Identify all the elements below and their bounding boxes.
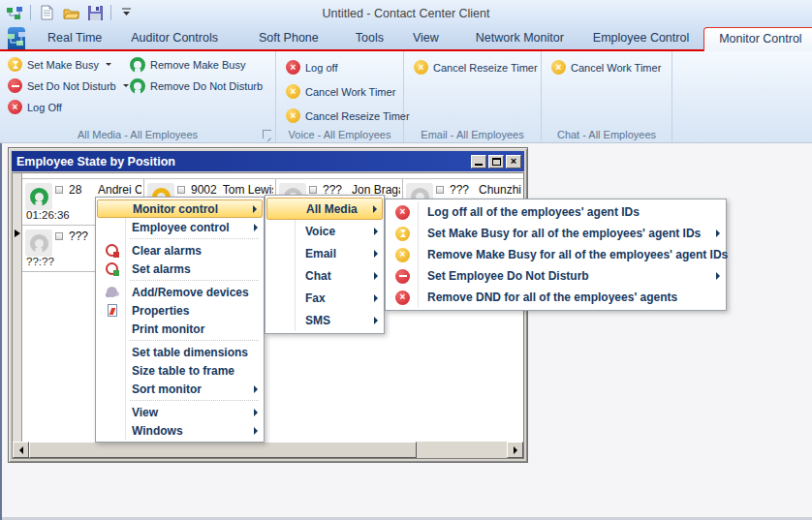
clear-alarms-icon bbox=[104, 244, 120, 257]
group-label: All Media - All Employees bbox=[0, 129, 275, 140]
submenu-arrow-icon bbox=[373, 205, 377, 213]
tab-employee-control[interactable]: Employee Control bbox=[578, 27, 703, 49]
submenu-arrow-icon bbox=[253, 205, 257, 213]
cancel-timer-icon: × bbox=[286, 108, 300, 123]
submenu-arrow-icon bbox=[254, 385, 258, 393]
set-make-busy-button[interactable]: Set Make Busy bbox=[4, 54, 133, 75]
menu-item-set-table-dimensions[interactable]: Set table dimensions bbox=[97, 343, 263, 361]
employee-checkbox[interactable] bbox=[436, 186, 444, 194]
ribbon-group-chat: × Cancel Work Timer Chat - All Employees bbox=[542, 51, 672, 142]
tab-soft-phone[interactable]: Soft Phone bbox=[244, 27, 333, 49]
submenu-item-sms[interactable]: SMS bbox=[266, 309, 383, 331]
menu-item-sort-monitor[interactable]: Sort monitor bbox=[97, 380, 263, 398]
app-titlebar: Untitled - Contact Center Client bbox=[0, 0, 812, 27]
remove-do-not-disturb-button[interactable]: Remove Do Not Disturb bbox=[126, 76, 266, 96]
submenu-item-all-media[interactable]: All Media bbox=[266, 198, 383, 220]
tab-auditor-controls[interactable]: Auditor Controls bbox=[116, 27, 233, 49]
tab-real-time[interactable]: Real Time bbox=[33, 27, 116, 49]
ribbon-group-all-media: Set Make Busy Set Do Not Disturb × Log O… bbox=[0, 51, 276, 142]
menu-item-windows[interactable]: Windows bbox=[97, 421, 263, 440]
window-title: Employee State by Position bbox=[16, 155, 469, 168]
context-menu: Monitor control Employee control Clear a… bbox=[95, 197, 265, 443]
submenu-item-voice[interactable]: Voice bbox=[266, 220, 383, 242]
ribbon: Set Make Busy Set Do Not Disturb × Log O… bbox=[0, 51, 812, 143]
submenu-item-chat[interactable]: Chat bbox=[266, 264, 383, 287]
devices-icon bbox=[104, 287, 120, 297]
menu-separator bbox=[130, 400, 259, 401]
ribbon-group-email: × Cancel Reseize Timer Email - All Emplo… bbox=[404, 51, 542, 142]
cancel-timer-icon: × bbox=[551, 60, 566, 75]
log-off-button[interactable]: × Log Off bbox=[4, 97, 133, 117]
menu-item-print-monitor[interactable]: Print monitor bbox=[97, 320, 263, 338]
agent-state-icon bbox=[25, 183, 52, 210]
voice-cancel-work-timer-button[interactable]: × Cancel Work Timer bbox=[282, 81, 414, 102]
ribbon-group-voice: × Log off × Cancel Work Timer × Cancel R… bbox=[276, 51, 404, 142]
menu-item-set-alarms[interactable]: Set alarms bbox=[97, 260, 263, 278]
submenu-item-remove-make-busy-all[interactable]: × Remove Make Busy for all of the employ… bbox=[387, 244, 725, 265]
submenu-item-set-make-busy-all[interactable]: Set Make Busy for all of the employees' … bbox=[387, 223, 725, 244]
cancel-timer-icon: × bbox=[394, 248, 411, 262]
do-not-disturb-icon bbox=[394, 269, 411, 284]
voice-log-off-button[interactable]: × Log off bbox=[282, 57, 414, 77]
group-label: Voice - All Employees bbox=[276, 129, 403, 140]
dropdown-caret-icon bbox=[106, 63, 111, 66]
close-button[interactable]: × bbox=[506, 155, 521, 168]
set-alarms-icon bbox=[104, 262, 120, 275]
window-titlebar[interactable]: Employee State by Position × bbox=[12, 151, 524, 171]
employee-checkbox[interactable] bbox=[55, 186, 63, 194]
submenu-arrow-icon bbox=[374, 272, 378, 280]
menu-item-size-table-to-frame[interactable]: Size table to frame bbox=[97, 361, 263, 380]
chat-cancel-work-timer-button[interactable]: × Cancel Work Timer bbox=[547, 57, 665, 77]
scrollbar-thumb[interactable] bbox=[29, 442, 417, 458]
submenu-item-set-employee-dnd[interactable]: Set Employee Do Not Disturb bbox=[387, 265, 725, 287]
employee-checkbox[interactable] bbox=[309, 186, 317, 194]
menu-item-monitor-control[interactable]: Monitor control bbox=[97, 199, 263, 218]
cancel-timer-icon: × bbox=[414, 60, 428, 75]
tab-monitor-control[interactable]: Monitor Control bbox=[703, 27, 812, 51]
scroll-right-button[interactable] bbox=[507, 442, 523, 458]
tab-file-icon[interactable] bbox=[8, 27, 25, 49]
email-cancel-reseize-timer-button[interactable]: × Cancel Reseize Timer bbox=[410, 57, 542, 77]
submenu-arrow-icon bbox=[374, 317, 378, 324]
log-off-icon: × bbox=[394, 291, 411, 305]
tab-tools[interactable]: Tools bbox=[341, 27, 398, 49]
menu-separator bbox=[130, 340, 259, 341]
log-off-icon: × bbox=[8, 100, 22, 114]
submenu-item-log-off-all[interactable]: × Log off all of the employees' agent ID… bbox=[387, 201, 725, 223]
row-header-strip bbox=[13, 173, 22, 442]
menu-item-clear-alarms[interactable]: Clear alarms bbox=[97, 241, 263, 260]
submenu-item-fax[interactable]: Fax bbox=[266, 287, 383, 309]
group-label: Email - All Employees bbox=[404, 129, 541, 140]
properties-icon bbox=[104, 304, 120, 317]
submenu-item-email[interactable]: Email bbox=[266, 242, 383, 264]
maximize-button[interactable] bbox=[488, 155, 504, 168]
window-title: Untitled - Contact Center Client bbox=[0, 7, 812, 20]
do-not-disturb-icon bbox=[8, 78, 22, 93]
agent-state-icon bbox=[25, 229, 52, 257]
tab-network-monitor[interactable]: Network Monitor bbox=[461, 27, 578, 49]
ribbon-tabbar: Real Time Auditor Controls Soft Phone To… bbox=[0, 27, 812, 49]
scroll-left-button[interactable] bbox=[13, 442, 29, 458]
minimize-button[interactable] bbox=[471, 155, 486, 168]
menu-item-employee-control[interactable]: Employee control bbox=[97, 218, 263, 236]
submenu-arrow-icon bbox=[254, 409, 258, 416]
tab-view[interactable]: View bbox=[398, 27, 453, 49]
log-off-icon: × bbox=[394, 205, 411, 220]
submenu-arrow-icon bbox=[254, 224, 258, 231]
employee-checkbox[interactable] bbox=[177, 186, 185, 194]
submenu-item-remove-dnd-all[interactable]: × Remove DND for all of the employees' a… bbox=[387, 287, 725, 308]
set-do-not-disturb-button[interactable]: Set Do Not Disturb bbox=[4, 76, 133, 96]
horizontal-scrollbar[interactable] bbox=[13, 442, 523, 458]
remove-make-busy-button[interactable]: Remove Make Busy bbox=[126, 54, 266, 75]
menu-item-properties[interactable]: Properties bbox=[97, 301, 263, 320]
menu-item-add-remove-devices[interactable]: Add/Remove devices bbox=[97, 283, 263, 301]
submenu-arrow-icon bbox=[254, 427, 258, 435]
make-busy-icon bbox=[8, 57, 22, 72]
employee-checkbox[interactable] bbox=[55, 232, 63, 240]
log-off-icon: × bbox=[286, 60, 300, 75]
voice-cancel-reseize-timer-button[interactable]: × Cancel Reseize Timer bbox=[282, 106, 414, 126]
submenu-arrow-icon bbox=[716, 272, 720, 280]
menu-item-view[interactable]: View bbox=[97, 403, 263, 421]
dialog-launcher-icon[interactable] bbox=[263, 130, 271, 138]
actions-submenu: × Log off all of the employees' agent ID… bbox=[385, 199, 727, 311]
